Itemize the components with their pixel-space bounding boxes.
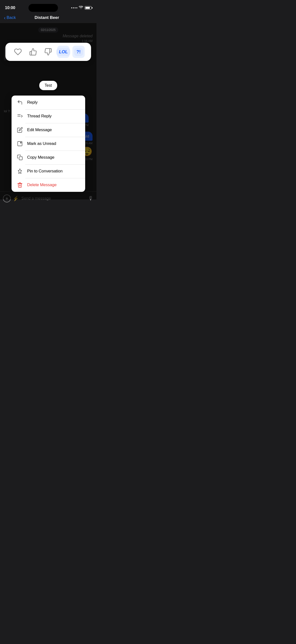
qi-reaction-btn[interactable]: ?!	[72, 46, 85, 58]
highlighted-message: Test	[0, 81, 96, 90]
delete-message-menu-item[interactable]: Delete Message	[11, 178, 85, 192]
conversation-title: Distant Beer	[35, 15, 59, 20]
reply-label: Reply	[27, 100, 37, 105]
edit-message-menu-item[interactable]: Edit Message	[11, 123, 85, 137]
mark-unread-menu-item[interactable]: Mark as Unread	[11, 137, 85, 150]
back-label: Back	[7, 15, 16, 20]
reaction-bar: LOL ?!	[5, 43, 91, 61]
lol-label: LOL	[56, 48, 70, 56]
lol-reaction-btn[interactable]: LOL	[57, 46, 69, 58]
context-menu: Reply Thread Reply Edit Message	[11, 96, 85, 192]
edit-icon	[16, 126, 23, 133]
delete-icon	[16, 182, 23, 188]
battery-icon	[85, 6, 92, 10]
signal-icon	[71, 7, 77, 8]
thread-reply-menu-item[interactable]: Thread Reply	[11, 109, 85, 123]
back-chevron-icon: ‹	[4, 15, 6, 20]
heart-reaction-btn[interactable]	[12, 46, 24, 58]
svg-rect-2	[18, 142, 22, 146]
nav-bar: ‹ Back Distant Beer	[0, 12, 96, 23]
svg-rect-5	[18, 184, 21, 184]
dynamic-island	[28, 4, 58, 12]
svg-point-3	[20, 142, 21, 144]
pin-label: Pin to Conversation	[27, 169, 63, 174]
thread-reply-label: Thread Reply	[27, 114, 52, 119]
test-bubble-text: Test	[39, 81, 57, 90]
chat-area: 02/11/2025 Message deleted 1:16 AM No, I…	[0, 23, 96, 200]
edit-label: Edit Message	[27, 128, 52, 132]
status-bar: 10:00	[0, 0, 96, 12]
copy-label: Copy Message	[27, 155, 54, 160]
reply-menu-item[interactable]: Reply	[11, 96, 85, 109]
delete-label: Delete Message	[27, 182, 57, 188]
thumbsup-reaction-btn[interactable]	[27, 46, 39, 58]
thumbsdown-reaction-btn[interactable]	[42, 46, 54, 58]
mark-unread-icon	[16, 140, 23, 147]
status-time: 10:00	[5, 6, 15, 10]
svg-rect-4	[19, 157, 22, 160]
pin-icon	[16, 168, 23, 175]
copy-icon	[16, 154, 23, 161]
qi-label: ?!	[74, 48, 83, 56]
pin-menu-item[interactable]: Pin to Conversation	[11, 164, 85, 178]
thread-icon	[16, 113, 23, 120]
mark-unread-label: Mark as Unread	[27, 141, 56, 146]
reply-icon	[16, 99, 23, 106]
status-icons	[71, 6, 92, 10]
wifi-icon	[79, 6, 83, 10]
back-button[interactable]: ‹ Back	[4, 15, 16, 20]
copy-message-menu-item[interactable]: Copy Message	[11, 150, 85, 164]
